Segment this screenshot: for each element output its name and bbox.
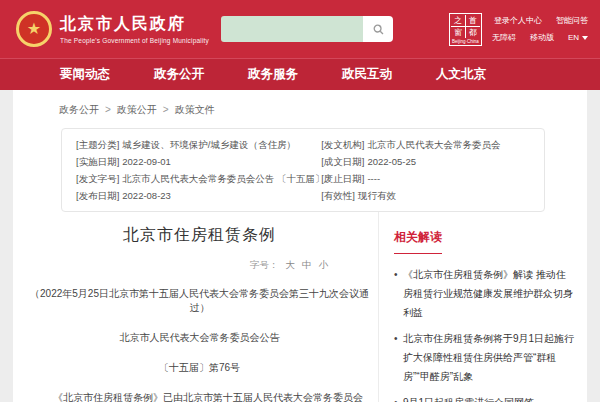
chevron-down-icon — [582, 36, 588, 40]
breadcrumb: 政务公开 政策公开 政策文件 — [13, 90, 587, 128]
breadcrumb-item[interactable]: 政策文件 — [175, 103, 215, 117]
meta-repeal-date: [废止日期]---- — [321, 170, 530, 187]
meta-value: ---- — [367, 173, 380, 184]
meta-value: 北京市人民代表大会常务委员会 — [367, 139, 500, 150]
meta-label: [发文机构] — [321, 139, 364, 150]
meta-label: [成文日期] — [321, 156, 364, 167]
meta-value: 2022-08-23 — [122, 190, 171, 201]
search-icon — [373, 24, 384, 35]
seal-char: 之 — [451, 15, 465, 26]
sidebar-title: 相关解读 — [394, 229, 442, 254]
meta-label: [发布日期] — [76, 190, 119, 201]
related-readings-sidebar: 相关解读 《北京市住房租赁条例》解读 推动住房租赁行业规范健康发展维护群众切身利… — [378, 212, 587, 402]
accessibility-link[interactable]: 无障碍 — [492, 32, 516, 43]
nav-item-interaction[interactable]: 政民互动 — [320, 66, 414, 83]
meta-effective-date: [实施日期]2022-09-01 — [76, 153, 321, 170]
nav-item-culture[interactable]: 人文北京 — [414, 66, 508, 83]
article: 北京市住房租赁条例 字号：大中小 （2022年5月25日北京市第十五届人民代表大… — [13, 212, 378, 402]
meta-value: 现行有效 — [358, 190, 396, 201]
meta-value: 城乡建设、环境保护/城乡建设（含住房） — [122, 139, 296, 150]
seal-char: 都 — [466, 27, 480, 38]
capital-window-seal: 之 首 窗 都 — [451, 15, 480, 38]
meta-label: [发文字号] — [76, 173, 119, 184]
font-size-large[interactable]: 大 — [286, 259, 296, 270]
font-size-medium[interactable]: 中 — [302, 259, 312, 270]
site-brand[interactable]: 北京市人民政府 The People's Government of Beiji… — [60, 14, 209, 44]
main-area: 北京市住房租赁条例 字号：大中小 （2022年5月25日北京市第十五届人民代表大… — [13, 212, 587, 402]
seal-char: 首 — [466, 15, 480, 26]
nav-item-news[interactable]: 要闻动态 — [38, 66, 132, 83]
seal-caption: Beijing·China — [452, 39, 479, 44]
meta-validity: [有效性]现行有效 — [321, 187, 530, 204]
login-link[interactable]: 登录个人中心 — [494, 15, 542, 26]
metadata-right-column: [发文机构]北京市人民代表大会常务委员会 [成文日期]2022-05-25 [废… — [321, 136, 530, 204]
announcement-number: 〔十五届〕第76号 — [27, 361, 372, 375]
body-text: 《北京市住房租赁条例》已由北京市第十五届人民代表大会常务委员会第三十九次会议于2… — [33, 392, 363, 402]
related-reading-link[interactable]: 北京市住房租赁条例将于9月1日起施行 扩大保障性租赁住房供给严管“群租房”“甲醛… — [394, 329, 575, 386]
site-subtitle: The People's Government of Beijing Munic… — [60, 37, 209, 44]
body-paragraph: 《北京市住房租赁条例》已由北京市第十五届人民代表大会常务委员会第三十九次会议于2… — [27, 388, 372, 402]
document-metadata: [主题分类]城乡建设、环境保护/城乡建设（含住房） [实施日期]2022-09-… — [61, 128, 545, 212]
meta-label: [有效性] — [321, 190, 355, 201]
national-emblem-icon — [16, 11, 52, 47]
search-bar — [221, 16, 393, 42]
metadata-left-column: [主题分类]城乡建设、环境保护/城乡建设（含住房） [实施日期]2022-09-… — [76, 136, 321, 204]
related-reading-link[interactable]: 《北京市住房租赁条例》解读 推动住房租赁行业规范健康发展维护群众切身利益 — [394, 265, 575, 322]
font-size-control: 字号：大中小 — [27, 259, 372, 272]
document-title: 北京市住房租赁条例 — [27, 225, 372, 246]
site-title: 北京市人民政府 — [60, 14, 209, 35]
mobile-version-link[interactable]: 移动版 — [530, 32, 554, 43]
meta-doc-number: [发文字号]北京市人民代表大会常务委员会公告 〔十五届〕第76号 — [76, 170, 321, 187]
font-size-small[interactable]: 小 — [319, 259, 329, 270]
smart-qa-link[interactable]: 智能问答 — [556, 15, 588, 26]
search-button[interactable] — [363, 16, 393, 42]
site-header: 北京市人民政府 The People's Government of Beiji… — [0, 0, 600, 58]
nav-item-gov-services[interactable]: 政务服务 — [226, 66, 320, 83]
sidebar-list: 《北京市住房租赁条例》解读 推动住房租赁行业规范健康发展维护群众切身利益 北京市… — [394, 265, 575, 402]
seal-char: 窗 — [451, 27, 465, 38]
capital-window-logo[interactable]: 之 首 窗 都 Beijing·China — [449, 13, 482, 46]
meta-label: [废止日期] — [321, 173, 364, 184]
meta-signed-date: [成文日期]2022-05-25 — [321, 153, 530, 170]
search-input[interactable] — [221, 16, 363, 42]
language-switcher[interactable]: EN — [568, 32, 588, 43]
meta-value: 2022-09-01 — [122, 156, 171, 167]
passed-line: （2022年5月25日北京市第十五届人民代表大会常务委员会第三十九次会议通过） — [27, 287, 372, 315]
content-container: 政务公开 政策公开 政策文件 [主题分类]城乡建设、环境保护/城乡建设（含住房）… — [13, 90, 587, 402]
main-nav: 要闻动态 政务公开 政务服务 政民互动 人文北京 — [0, 58, 600, 90]
meta-value: 2022-05-25 — [367, 156, 416, 167]
breadcrumb-item[interactable]: 政务公开 — [59, 103, 111, 117]
meta-label: [实施日期] — [76, 156, 119, 167]
header-links: 登录个人中心 智能问答 无障碍 移动版 EN — [492, 15, 588, 43]
nav-item-gov-disclosure[interactable]: 政务公开 — [132, 66, 226, 83]
announcement-org: 北京市人民代表大会常务委员会公告 — [27, 331, 372, 345]
font-size-label: 字号： — [250, 259, 279, 270]
related-reading-link[interactable]: 9月1日起租房需进行合同网签 — [394, 393, 575, 402]
meta-publish-date: [发布日期]2022-08-23 — [76, 187, 321, 204]
meta-issuing-org: [发文机构]北京市人民代表大会常务委员会 — [321, 136, 530, 153]
breadcrumb-item[interactable]: 政策公开 — [117, 103, 169, 117]
header-utilities: 之 首 窗 都 Beijing·China 登录个人中心 智能问答 无障碍 移动… — [449, 13, 588, 46]
meta-topic: [主题分类]城乡建设、环境保护/城乡建设（含住房） — [76, 136, 321, 153]
meta-value: 北京市人民代表大会常务委员会公告 〔十五届〕第76号 — [122, 173, 321, 184]
language-label: EN — [568, 33, 579, 42]
meta-label: [主题分类] — [76, 139, 119, 150]
